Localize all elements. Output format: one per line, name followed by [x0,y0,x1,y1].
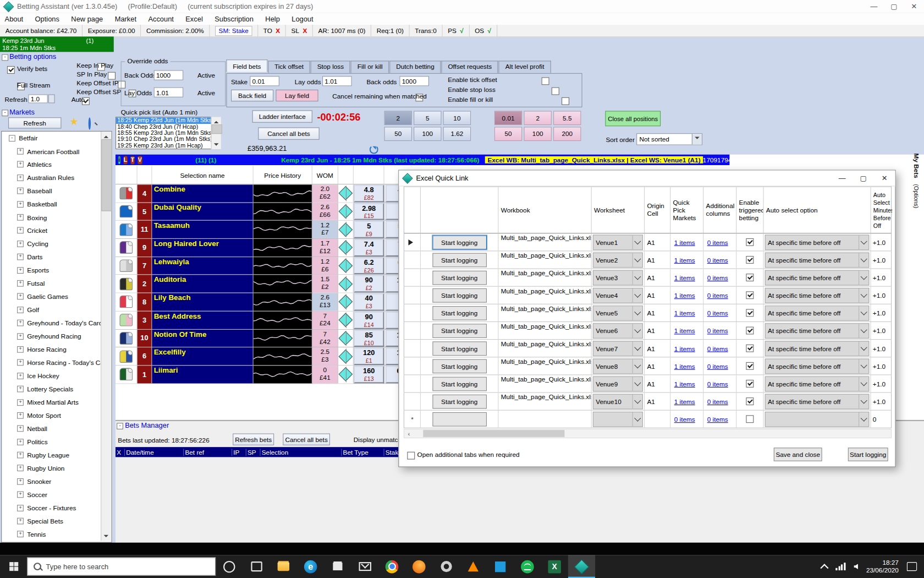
expand-node-icon[interactable]: + [17,492,24,498]
trade-diamond-icon[interactable] [338,275,354,293]
store-icon[interactable] [324,555,351,578]
back-field-button[interactable]: Back field [231,90,273,101]
selection-name[interactable]: Excelfilly [152,347,253,365]
selection-name[interactable]: Long Haired Lover [152,239,253,257]
auto-select-option-dropdown[interactable]: At specific time before off [765,341,870,356]
start-logging-button[interactable]: Start logging [432,394,487,408]
sidebar-market-item[interactable]: + Boxing [2,211,111,224]
start-logging-button[interactable]: Start logging [432,324,487,338]
back-price-cell[interactable]: 85£10 [354,329,384,347]
start-logging-button[interactable]: Start logging [432,288,487,302]
quick-pick-markets-link[interactable]: 1 items [674,362,695,369]
back-price-cell[interactable]: 40£3 [354,293,384,311]
lay-odds-input[interactable] [322,76,352,86]
additional-columns-link[interactable]: 0 items [707,274,728,281]
minutes-before-off-cell[interactable]: +1.0 [871,393,893,410]
trade-diamond-icon[interactable] [338,184,354,202]
quick-pick-item[interactable]: 18:40 Chep 23rd Jun (7f Hcap) [116,124,220,130]
origin-cell[interactable]: A1 [645,393,670,410]
enable-triggered-betting-checkbox[interactable] [746,345,754,352]
back-price-cell[interactable]: 2.98£15 [354,203,384,220]
quick-pick-markets-link[interactable]: 1 items [674,327,695,334]
expand-node-icon[interactable]: + [17,478,24,485]
auto-select-option-dropdown[interactable]: At specific time before off [765,252,870,268]
expand-node-icon[interactable]: + [17,373,24,379]
sidebar-market-item[interactable]: + Tennis [2,528,111,541]
workbook-cell[interactable]: Multi_tab_page_Quick_Links.xlsx [498,269,591,286]
expand-node-icon[interactable]: + [17,148,24,155]
enable-triggered-betting-checkbox[interactable] [746,291,754,299]
settings-icon[interactable] [432,555,459,578]
sidebar-market-item[interactable]: + Snooker [2,475,111,488]
minutes-before-off-cell[interactable]: +1.0 [871,304,893,321]
sidebar-market-item[interactable]: + Greyhound - Today's Card [2,317,111,330]
dialog-close-icon[interactable]: ✕ [874,174,895,182]
menu-item[interactable]: Logout [292,15,313,23]
markets-scrollbar[interactable] [101,132,111,541]
expand-node-icon[interactable]: + [17,214,24,221]
menu-item[interactable]: Subscription [215,15,254,23]
lay-stake-button[interactable]: 5.5 [553,111,581,125]
additional-columns-link[interactable]: 0 items [707,362,728,369]
expand-node-icon[interactable]: + [17,293,24,300]
back-stake-button[interactable]: 1.62 [443,127,471,141]
dialog-horizontal-scrollbar[interactable]: ‹ [404,429,892,438]
trade-diamond-icon[interactable] [338,221,354,238]
expand-node-icon[interactable]: + [17,439,24,445]
workbook-cell[interactable]: Multi_tab_page_Quick_Links.xlsx [498,357,591,374]
auto-select-option-dropdown[interactable]: At specific time before off [765,394,870,409]
quick-pick-markets-link[interactable]: 1 items [674,274,695,281]
selection-name[interactable]: Lily Beach [152,293,253,311]
menu-item[interactable]: Market [115,15,136,23]
selection-name[interactable]: Lehwaiyla [152,257,253,275]
back-price-cell[interactable]: 120£1 [354,347,384,365]
auto-select-option-dropdown[interactable]: At specific time before off [765,270,870,285]
worksheet-dropdown[interactable]: Venue7 [593,341,643,356]
quick-pick-markets-link-empty[interactable]: 0 items [674,416,695,423]
menu-item[interactable]: New page [71,15,103,23]
expand-node-icon[interactable]: + [17,426,24,432]
additional-columns-link[interactable]: 0 items [707,292,728,299]
sidebar-market-item[interactable]: + Soccer [2,488,111,501]
taskbar-clock[interactable]: 18:27 23/06/2020 [866,559,899,574]
dialog-maximize-icon[interactable]: ▢ [853,174,874,182]
markets-collapse-icon[interactable]: - [2,110,8,116]
cancel-all-bets-button-2[interactable]: Cancel all bets [283,434,330,445]
menu-item[interactable]: Excel [185,15,202,23]
origin-cell-empty[interactable] [645,411,670,428]
refresh-spinner[interactable] [48,94,55,103]
sidebar-market-item[interactable]: + Lottery Specials [2,383,111,396]
enable-triggered-betting-checkbox[interactable] [746,238,754,246]
sidebar-market-item[interactable]: + Horse Racing - Today's Card [2,356,111,369]
sidebar-market-item[interactable]: + Golf [2,303,111,317]
back-stake-button[interactable]: 2 [384,111,412,125]
expand-node-icon[interactable]: + [17,505,24,511]
workbook-cell[interactable]: Multi_tab_page_Quick_Links.xlsx [498,233,591,250]
auto-select-option-dropdown[interactable]: At specific time before off [765,235,870,250]
enable-fill-or-kill-checkbox[interactable] [562,97,570,105]
expand-node-icon[interactable]: + [17,267,24,274]
trade-diamond-icon[interactable] [338,257,354,275]
enable-stop-loss-checkbox[interactable] [552,88,559,95]
photos-icon[interactable] [487,555,514,578]
enable-triggered-betting-checkbox-empty[interactable] [746,415,754,423]
additional-columns-link[interactable]: 0 items [707,345,728,352]
open-additional-tabs-checkbox[interactable] [407,452,415,460]
quick-pick-markets-link[interactable]: 1 items [674,380,695,388]
expand-node-icon[interactable]: + [17,188,24,194]
dialog-title-bar[interactable]: Excel Quick Link — ▢ ✕ [399,171,895,187]
sidebar-market-item[interactable]: + Basketball [2,198,111,211]
chrome-icon[interactable] [378,555,405,578]
tab[interactable]: Field bets [226,59,267,72]
menu-item[interactable]: Options [35,15,59,23]
sidebar-market-item[interactable]: + Darts [2,250,111,264]
back-price-cell[interactable]: 6.2£26 [354,257,384,275]
refresh-bets-button[interactable]: Refresh bets [233,434,274,445]
close-all-positions-button[interactable]: Close all positions [605,111,661,126]
sidebar-market-item[interactable]: + Ice Hockey [2,369,111,383]
auto-select-option-dropdown-empty[interactable] [765,411,870,427]
start-logging-button-empty[interactable] [432,412,487,426]
trade-diamond-icon[interactable] [338,293,354,311]
sp-in-play-checkbox[interactable] [108,72,116,80]
start-logging-button[interactable]: Start logging [432,306,487,320]
